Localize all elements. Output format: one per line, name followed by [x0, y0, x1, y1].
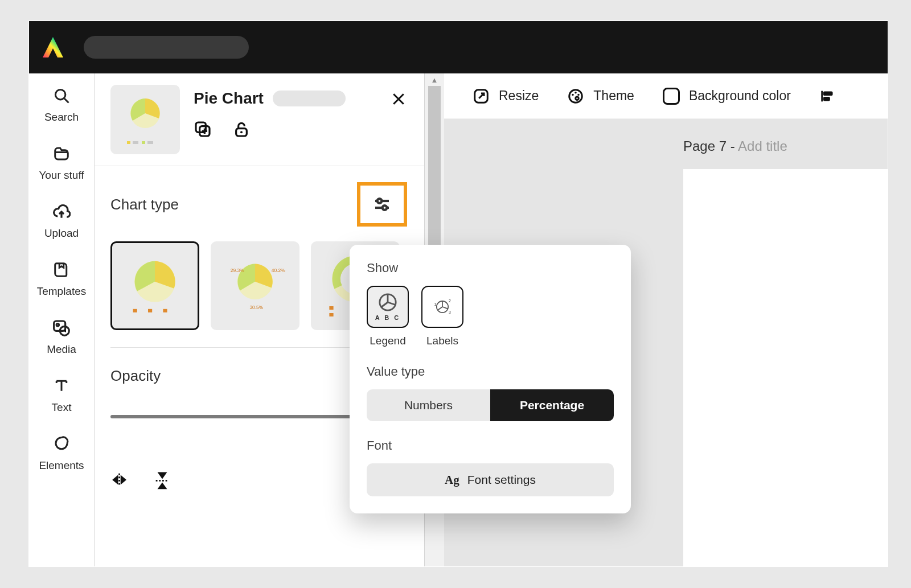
flip-horizontal-icon[interactable]: [110, 470, 130, 492]
labels-box-icon: 1 2 3: [421, 286, 463, 328]
value-type-segmented: Numbers Percentage: [367, 389, 614, 421]
upload-cloud-icon: [52, 202, 71, 221]
page-label[interactable]: Page 7 - Add title: [444, 138, 888, 154]
svg-line-1: [64, 98, 69, 103]
svg-text:2: 2: [449, 299, 451, 303]
svg-point-3: [56, 324, 59, 326]
rail-item-text[interactable]: Text: [29, 376, 94, 414]
panel-title: Pie Chart: [194, 89, 264, 108]
canvas-toolbar: Resize Theme Background color: [444, 73, 888, 119]
resize-button[interactable]: Resize: [473, 88, 539, 105]
svg-point-33: [578, 93, 580, 96]
svg-point-32: [575, 92, 577, 94]
media-icon: [52, 318, 71, 338]
templates-icon: [52, 260, 71, 279]
show-option-legend[interactable]: A B C Legend: [367, 286, 409, 347]
svg-rect-35: [824, 92, 832, 95]
svg-point-17: [383, 205, 387, 210]
scroll-up-arrow-icon[interactable]: ▲: [425, 73, 444, 86]
rail-label: Elements: [39, 459, 84, 472]
chart-type-pie-legend[interactable]: [110, 241, 199, 330]
page-canvas[interactable]: [683, 169, 888, 566]
rail-item-upload[interactable]: Upload: [29, 202, 94, 240]
background-color-button[interactable]: Background color: [663, 88, 791, 105]
rail-item-search[interactable]: Search: [29, 86, 94, 124]
chart-settings-button[interactable]: [357, 182, 407, 227]
rail-label: Templates: [37, 285, 87, 298]
selected-element-thumbnail: [110, 85, 180, 154]
svg-rect-19: [133, 309, 137, 312]
chart-settings-popover: Show A B C Legend 1 2 3 Labels Value typ…: [350, 245, 631, 513]
chart-type-pie-labels[interactable]: 29.3% 40.2% 30.5%: [211, 241, 299, 330]
rail-label: Search: [44, 111, 79, 124]
svg-point-15: [377, 199, 382, 203]
svg-rect-9: [147, 141, 153, 144]
svg-rect-6: [127, 141, 130, 144]
folder-icon: [52, 144, 71, 163]
svg-text:3: 3: [449, 310, 451, 314]
chart-type-label: Chart type: [110, 196, 179, 213]
svg-text:1: 1: [434, 302, 437, 306]
svg-text:29.3%: 29.3%: [231, 268, 244, 273]
unlock-icon[interactable]: [232, 120, 251, 141]
svg-rect-20: [148, 309, 152, 312]
theme-button[interactable]: Theme: [567, 88, 634, 105]
color-swatch-icon: [663, 88, 680, 105]
svg-point-0: [55, 89, 65, 100]
duplicate-icon[interactable]: [194, 120, 212, 141]
svg-rect-8: [142, 141, 145, 144]
background-color-label: Background color: [689, 88, 791, 104]
svg-rect-7: [133, 141, 138, 144]
rail-label: Upload: [44, 227, 79, 240]
rail-item-templates[interactable]: Templates: [29, 260, 94, 298]
text-icon: [52, 376, 71, 396]
rail-item-media[interactable]: Media: [29, 318, 94, 356]
svg-text:40.2%: 40.2%: [272, 268, 285, 273]
elements-icon: [52, 434, 71, 454]
opacity-label: Opacity: [110, 367, 161, 384]
svg-rect-27: [329, 306, 333, 310]
header-search-placeholder[interactable]: [84, 36, 249, 59]
flip-vertical-icon[interactable]: [153, 470, 172, 492]
font-glyph-icon: Ag: [445, 473, 459, 487]
scroll-thumb[interactable]: [428, 86, 441, 248]
page-number: Page 7 -: [683, 138, 738, 154]
value-type-numbers[interactable]: Numbers: [367, 389, 490, 421]
svg-point-31: [572, 93, 574, 96]
legend-box-icon: A B C: [367, 286, 409, 328]
rail-label: Text: [52, 401, 72, 414]
rail-item-elements[interactable]: Elements: [29, 434, 94, 472]
panel-header: Pie Chart: [95, 73, 424, 166]
close-panel-button[interactable]: [390, 91, 407, 110]
svg-text:30.5%: 30.5%: [249, 305, 263, 310]
value-type-title: Value type: [367, 364, 614, 379]
value-type-percentage[interactable]: Percentage: [490, 389, 614, 421]
svg-point-13: [240, 131, 243, 133]
opacity-slider[interactable]: [110, 408, 372, 424]
rail-item-your-stuff[interactable]: Your stuff: [29, 144, 94, 182]
page-title-placeholder: Add title: [738, 138, 787, 154]
rail-label: Media: [47, 343, 76, 356]
font-settings-label: Font settings: [467, 473, 536, 487]
align-button[interactable]: [819, 88, 835, 104]
font-section-title: Font: [367, 438, 614, 453]
app-logo-icon: [39, 34, 67, 61]
resize-label: Resize: [499, 88, 539, 104]
left-rail: Search Your stuff Upload Templates: [29, 73, 95, 566]
legend-option-label: Legend: [370, 335, 405, 347]
theme-label: Theme: [593, 88, 634, 104]
svg-point-34: [576, 97, 579, 100]
svg-rect-28: [329, 313, 333, 316]
panel-title-extra: [273, 91, 346, 106]
svg-rect-21: [163, 309, 167, 312]
show-section-title: Show: [367, 261, 614, 276]
app-header: [29, 21, 888, 73]
show-option-labels[interactable]: 1 2 3 Labels: [421, 286, 463, 347]
font-settings-button[interactable]: Ag Font settings: [367, 463, 614, 496]
svg-rect-36: [824, 97, 829, 100]
labels-option-label: Labels: [426, 335, 458, 347]
search-icon: [52, 86, 71, 105]
rail-label: Your stuff: [39, 169, 84, 182]
